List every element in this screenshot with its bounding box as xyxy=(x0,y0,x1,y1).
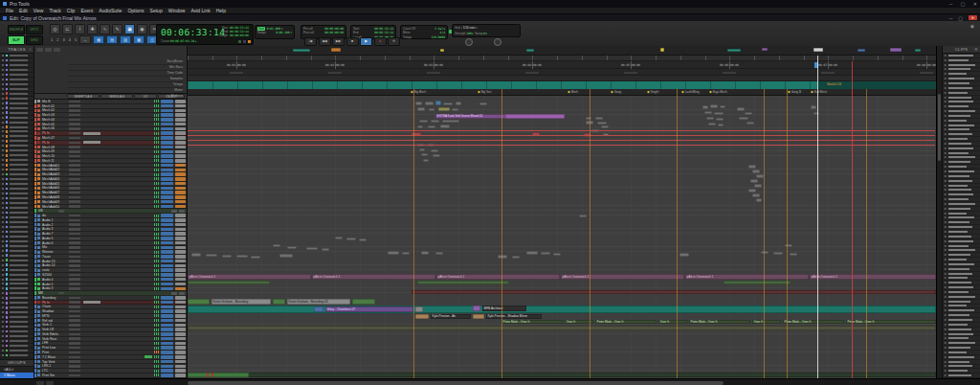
menu-item-audiosuite[interactable]: AudioSuite xyxy=(96,8,124,13)
track-buttons[interactable] xyxy=(69,192,80,194)
io-chip[interactable] xyxy=(161,200,173,204)
audio-clip[interactable] xyxy=(718,124,724,126)
stop-button[interactable]: ■ xyxy=(346,37,359,46)
track-buttons[interactable] xyxy=(69,264,80,267)
maximize-icon[interactable]: ▢ xyxy=(961,1,966,7)
audio-clip[interactable] xyxy=(750,179,758,183)
audio-clip[interactable] xyxy=(704,111,712,114)
object-chip[interactable] xyxy=(175,250,186,254)
io-chip[interactable] xyxy=(161,127,173,131)
object-chip[interactable] xyxy=(175,369,186,373)
object-chip[interactable] xyxy=(175,169,186,172)
track-buttons[interactable] xyxy=(69,137,80,140)
audio-clip[interactable] xyxy=(423,159,429,162)
io-chip[interactable] xyxy=(161,177,173,181)
track-buttons[interactable] xyxy=(69,246,80,249)
clip[interactable] xyxy=(415,306,423,312)
track-buttons[interactable] xyxy=(69,233,80,236)
object-chip[interactable] xyxy=(175,351,186,354)
io-chip[interactable] xyxy=(161,131,173,135)
clip-arrange-area[interactable]: EXTRA Dark Soft Drone Mixed 01pAb in Ove… xyxy=(188,96,936,378)
edit-mode-slip[interactable]: SLIP xyxy=(8,35,25,45)
object-chip[interactable] xyxy=(175,332,186,336)
zoom-preset-5[interactable]: 5 xyxy=(74,37,78,42)
selector-tool[interactable]: I xyxy=(75,24,85,34)
clip[interactable] xyxy=(188,140,935,146)
object-chip[interactable] xyxy=(175,146,186,149)
track-buttons[interactable] xyxy=(69,342,80,345)
object-chip[interactable] xyxy=(175,182,186,186)
object-chip[interactable] xyxy=(175,164,186,168)
object-chip[interactable] xyxy=(175,118,186,122)
trimmer-tool[interactable]: ⊏ xyxy=(62,24,73,34)
object-chip[interactable] xyxy=(175,159,186,163)
io-chip[interactable] xyxy=(161,283,173,286)
track-buttons[interactable] xyxy=(69,324,80,327)
track-buttons[interactable] xyxy=(69,132,80,135)
object-chip[interactable] xyxy=(175,141,186,145)
track-buttons[interactable] xyxy=(69,182,80,185)
io-chip[interactable] xyxy=(161,100,173,103)
audio-clip[interactable] xyxy=(438,107,450,111)
audio-clip[interactable] xyxy=(428,125,435,128)
track-buttons[interactable] xyxy=(69,215,80,217)
markers-ruler[interactable]: ◆Big Mech◆Big Test◆Mech◆Gang◆Knight◆Laut… xyxy=(188,89,936,96)
io-chip[interactable] xyxy=(161,136,173,140)
io-chip[interactable] xyxy=(161,159,173,163)
io-chip[interactable] xyxy=(161,223,173,227)
object-chip[interactable] xyxy=(175,113,186,117)
tracks-menu-icon[interactable]: ≡ xyxy=(29,46,32,53)
object-chip[interactable] xyxy=(175,287,186,291)
object-chip[interactable] xyxy=(175,374,186,377)
menu-item-options[interactable]: Options xyxy=(124,8,146,13)
zoom-preset-4[interactable]: 4 xyxy=(68,37,72,42)
track-buttons[interactable] xyxy=(69,365,80,368)
io-chip[interactable] xyxy=(161,374,173,377)
io-chip[interactable] xyxy=(161,268,173,272)
audio-clip[interactable] xyxy=(435,252,443,255)
audio-clip[interactable] xyxy=(417,107,425,111)
audio-clip[interactable] xyxy=(191,253,201,257)
clip[interactable] xyxy=(273,299,285,305)
track-buttons[interactable] xyxy=(69,101,80,103)
zoom-preset-3[interactable]: 3 xyxy=(61,37,65,42)
object-chip[interactable] xyxy=(175,346,186,350)
io-chip[interactable] xyxy=(161,109,173,113)
object-chip[interactable] xyxy=(175,246,186,250)
marker-lauth-bling[interactable]: ◆Lauth/Bling xyxy=(681,90,700,94)
close-icon[interactable]: ✕ xyxy=(973,1,977,7)
audio-clip[interactable] xyxy=(498,255,507,259)
track-buttons[interactable] xyxy=(69,356,80,359)
punch-button[interactable] xyxy=(83,301,100,304)
io-chip[interactable] xyxy=(161,118,173,122)
io-chip[interactable] xyxy=(161,287,173,291)
audio-clip[interactable] xyxy=(745,112,752,115)
audio-clip[interactable] xyxy=(773,252,783,255)
min-secs-ruler[interactable] xyxy=(188,69,936,76)
track-buttons[interactable] xyxy=(69,173,80,176)
object-chip[interactable] xyxy=(175,241,186,245)
audio-clip[interactable] xyxy=(322,248,329,251)
tempo-row[interactable]: Tempo120.0000 xyxy=(403,35,445,39)
clip[interactable] xyxy=(188,326,936,330)
toolbar-menu-icon[interactable]: ◉ xyxy=(970,23,974,29)
audio-clip[interactable] xyxy=(702,105,708,109)
object-chip[interactable] xyxy=(175,283,186,286)
audio-clip[interactable] xyxy=(431,120,439,123)
track-buttons[interactable] xyxy=(69,301,80,304)
audio-clip[interactable] xyxy=(706,117,714,120)
audio-clip[interactable] xyxy=(273,244,280,247)
audio-clip[interactable] xyxy=(720,105,725,108)
io-chip[interactable] xyxy=(161,346,173,350)
clip[interactable] xyxy=(188,281,270,284)
object-chip[interactable] xyxy=(175,273,186,277)
audio-clip[interactable] xyxy=(748,165,756,169)
track-buttons[interactable] xyxy=(69,347,80,350)
audio-clip[interactable] xyxy=(595,117,603,120)
track-buttons[interactable] xyxy=(69,219,80,222)
swing-knob[interactable] xyxy=(494,38,501,46)
edit-maximize-icon[interactable]: ▢ xyxy=(958,15,963,21)
track-header-print-sm[interactable]: Print Sm xyxy=(34,374,187,378)
fast-forward-button[interactable]: ▶▶ xyxy=(332,37,345,46)
loop-button[interactable]: ⟲ xyxy=(388,37,400,46)
